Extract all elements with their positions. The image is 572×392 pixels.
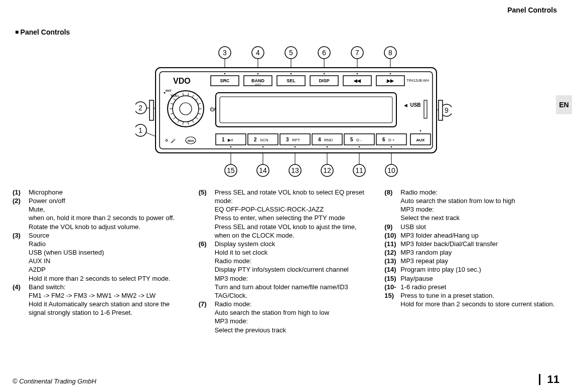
entry-body: Band switch:FM1 -> FM2 -> FM3 -> MW1 -> … [29,283,188,317]
svg-text:VOL: VOL [171,94,178,97]
entry-line: FM1 -> FM2 -> FM3 -> MW1 -> MW2 -> LW [29,291,188,300]
entry-body: MP3 repeat play [400,257,559,265]
entry-line: Play/pause [400,274,559,283]
control-entry: (13)MP3 repeat play [384,257,559,265]
svg-text:▶II: ▶II [228,138,233,142]
entry-body: USB slot [400,223,559,231]
entry-body: Radio mode:Auto search the station from … [400,188,559,223]
svg-point-72 [180,103,192,115]
svg-text:🎤: 🎤 [171,138,176,143]
entry-line: Hold for more than 2 seconds to store cu… [400,300,559,308]
svg-text:5: 5 [350,137,353,142]
entry-body: MP3 folder ahead/Hang up [400,231,559,240]
entry-line: Source [29,231,188,240]
column-1: (1)Microphone(2)Power on/offMute,when on… [13,188,188,334]
entry-line: Radio mode: [215,300,374,308]
control-entry: (14)Program intro play (10 sec.) [384,265,559,274]
svg-text:1: 1 [222,137,225,142]
svg-rect-48 [439,100,443,120]
svg-text:9: 9 [445,106,449,114]
footer: © Continental Trading GmbH 11 [13,374,559,385]
svg-text:2: 2 [254,137,257,142]
entry-line: when on, hold it more than 2 seconds to … [29,214,188,222]
controls-columns: (1)Microphone(2)Power on/offMute,when on… [13,188,559,334]
svg-text:RND: RND [324,138,333,142]
svg-text:D +: D + [388,138,395,142]
entry-line: Rotate the VOL knob to adjust volume. [29,223,188,231]
entry-line: MP3 mode: [215,317,374,325]
entry-line: EQ OFF-POP-CLASSIC-ROCK-JAZZ [215,205,374,214]
copyright: © Continental Trading GmbH [13,377,96,385]
svg-point-123 [359,146,360,148]
entry-number: (1) [13,188,29,197]
entry-line: Hold it more than 2 seconds to select PT… [29,274,188,283]
entry-number: (6) [199,240,215,300]
entry-number: (5) [199,188,215,240]
entry-line: USB slot [400,223,559,231]
control-entry: (3)SourceRadioUSB (when USB inserted)AUX… [13,231,188,283]
entry-line: Press SEL and rotate VOL knob to select … [215,188,374,205]
svg-text:USB: USB [410,102,420,108]
entry-line: Press to enter, when selecting the PTY m… [215,214,374,222]
entry-line: Mute, [29,205,188,214]
svg-text:◀◀: ◀◀ [353,78,361,83]
entry-body: Power on/offMute,when on, hold it more t… [29,197,188,231]
entry-number: (10) [384,231,400,240]
svg-point-53 [224,73,226,75]
control-entry: (4)Band switch:FM1 -> FM2 -> FM3 -> MW1 … [13,283,188,317]
svg-text:8: 8 [388,49,392,57]
section-title: Panel Controls [15,28,70,36]
entry-body: 1-6 radio presetPress to tune in a prese… [400,283,559,308]
entry-number: (3) [13,231,29,283]
entry-line: Select the next track [400,214,559,222]
entry-line: Press SEL and rotate VOL knob to ajust t… [215,223,374,240]
entry-number: (12) [384,248,400,257]
svg-text:AST: AST [255,83,261,86]
control-entry: (15)Play/pause [384,274,559,283]
entry-body: SourceRadioUSB (when USB inserted)AUX IN… [29,231,188,283]
entry-body: MP3 random play [400,248,559,257]
panel-diagram: 345678 151413121110 21 9 VDOTR412UB-WHSR… [135,43,452,183]
svg-point-115 [295,146,296,148]
entry-line: Display system clock [215,240,374,248]
entry-line: MP3 folder ahead/Hang up [400,231,559,240]
svg-text:5: 5 [289,49,293,57]
column-2: (5)Press SEL and rotate VOL knob to sele… [199,188,374,334]
svg-text:D -: D - [356,138,362,142]
svg-text:6: 6 [382,137,385,142]
control-entry: (6)Display system clockHold it to set cl… [199,240,374,300]
svg-text:3: 3 [286,137,289,142]
column-3: (8)Radio mode:Auto search the station fr… [384,188,559,334]
svg-point-93 [164,92,166,94]
entry-number: (11) [384,240,400,248]
svg-point-65 [357,73,358,75]
svg-text:7: 7 [355,49,359,57]
entry-line: Hold it Automatically search station and… [29,300,188,317]
svg-text:▶▶: ▶▶ [386,78,394,83]
svg-text:10: 10 [387,166,395,174]
svg-text:AUX: AUX [416,138,425,142]
entry-number: (10-15) [384,283,400,308]
svg-text:1: 1 [138,126,142,134]
entry-line: Display PTY info/system clock/current ch… [215,265,374,274]
header-title: Panel Controls [507,6,557,14]
control-entry: (1)Microphone [13,188,188,197]
control-entry: (8)Radio mode:Auto search the station fr… [384,188,559,223]
svg-rect-96 [220,97,392,123]
entry-line: 1-6 radio preset [400,283,559,291]
control-entry: (12)MP3 random play [384,248,559,257]
svg-text:◀: ◀ [404,103,407,108]
entry-number: (7) [199,300,215,334]
svg-point-62 [324,73,325,75]
entry-line: MP3 mode: [215,274,374,283]
entry-line: Press to tune in a preset station. [400,291,559,300]
svg-text:12: 12 [323,166,331,174]
svg-point-111 [262,146,264,148]
entry-line: Turn and turn about folder name/file nam… [215,283,374,300]
entry-body: Radio mode:Auto search the station from … [215,300,374,334]
svg-text:4: 4 [256,49,260,57]
entry-line: Hold it to set clock [215,248,374,257]
entry-line: MP3 repeat play [400,257,559,265]
control-entry: (7)Radio mode:Auto search the station fr… [199,300,374,334]
svg-text:RST: RST [166,89,172,92]
